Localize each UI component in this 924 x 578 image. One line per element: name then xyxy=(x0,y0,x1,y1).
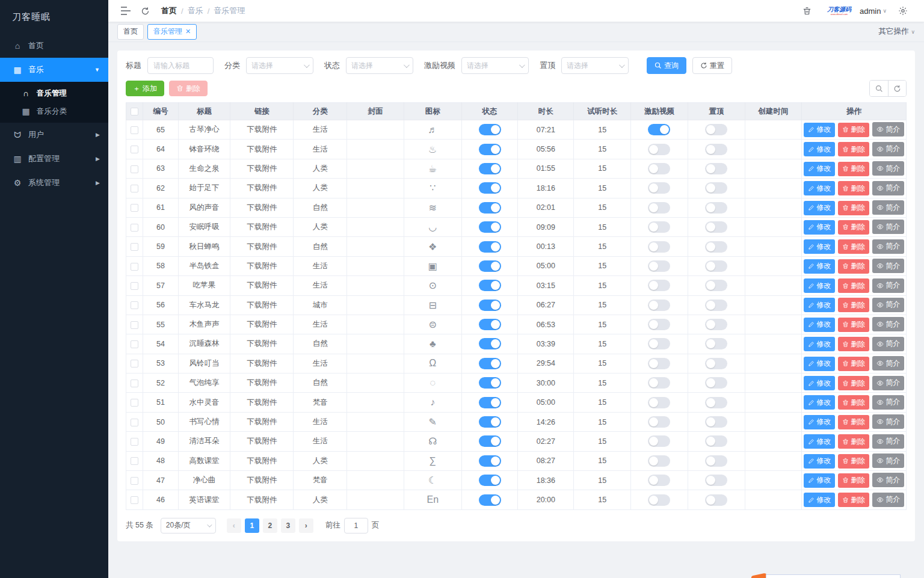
edit-button[interactable]: 修改 xyxy=(804,493,835,507)
download-attachment-link[interactable]: 下载附件 xyxy=(247,125,277,134)
pin-top-toggle[interactable] xyxy=(705,475,727,486)
row-checkbox[interactable] xyxy=(131,380,138,387)
delete-button[interactable]: 删除 xyxy=(838,357,869,371)
tab-music-manage[interactable]: 音乐管理 ✕ xyxy=(147,24,197,40)
intro-button[interactable]: 简介 xyxy=(872,395,904,410)
category-select[interactable]: 请选择 xyxy=(246,57,313,74)
incentive-select[interactable]: 请选择 xyxy=(461,57,529,74)
edit-button[interactable]: 修改 xyxy=(804,357,835,371)
status-toggle[interactable] xyxy=(479,280,501,291)
delete-button[interactable]: 删除 xyxy=(838,395,869,410)
row-checkbox[interactable] xyxy=(131,185,138,192)
query-button[interactable]: 查询 xyxy=(647,57,686,74)
download-attachment-link[interactable]: 下载附件 xyxy=(247,476,277,484)
incentive-video-toggle[interactable] xyxy=(648,377,670,389)
status-toggle[interactable] xyxy=(479,300,501,311)
download-attachment-link[interactable]: 下载附件 xyxy=(247,398,277,407)
intro-button[interactable]: 简介 xyxy=(872,259,904,273)
download-attachment-link[interactable]: 下载附件 xyxy=(247,437,277,445)
pin-top-toggle[interactable] xyxy=(705,455,727,467)
row-checkbox[interactable] xyxy=(131,321,138,329)
delete-button[interactable]: 删除 xyxy=(838,259,869,274)
pin-top-toggle[interactable] xyxy=(705,338,727,349)
select-all-checkbox[interactable] xyxy=(131,108,138,115)
page-button-2[interactable]: 2 xyxy=(263,518,277,533)
download-attachment-link[interactable]: 下载附件 xyxy=(247,301,277,309)
download-attachment-link[interactable]: 下载附件 xyxy=(247,320,277,328)
pin-top-toggle[interactable] xyxy=(705,144,727,155)
pin-top-toggle[interactable] xyxy=(705,494,727,506)
incentive-video-toggle[interactable] xyxy=(648,494,670,506)
pin-top-toggle[interactable] xyxy=(705,260,727,272)
delete-button[interactable]: 删除 xyxy=(838,415,869,429)
title-search-input[interactable] xyxy=(147,57,214,74)
status-toggle[interactable] xyxy=(479,416,501,428)
status-toggle[interactable] xyxy=(479,319,501,330)
download-attachment-link[interactable]: 下载附件 xyxy=(247,378,277,387)
row-checkbox[interactable] xyxy=(131,457,138,465)
download-attachment-link[interactable]: 下载附件 xyxy=(247,457,277,465)
trash-icon[interactable] xyxy=(799,3,815,19)
pin-top-toggle[interactable] xyxy=(705,416,727,428)
floating-widget[interactable] xyxy=(752,573,914,578)
delete-button[interactable]: 删除 xyxy=(838,318,869,332)
download-attachment-link[interactable]: 下载附件 xyxy=(247,223,277,231)
delete-button[interactable]: 删除 xyxy=(838,337,869,351)
status-toggle[interactable] xyxy=(479,144,501,155)
edit-button[interactable]: 修改 xyxy=(804,298,835,312)
intro-button[interactable]: 简介 xyxy=(872,142,904,156)
top-select[interactable]: 请选择 xyxy=(561,57,629,74)
pin-top-toggle[interactable] xyxy=(705,163,727,174)
download-attachment-link[interactable]: 下载附件 xyxy=(247,262,277,270)
delete-button[interactable]: 删除 xyxy=(838,278,869,293)
intro-button[interactable]: 简介 xyxy=(872,473,904,487)
sidebar-item-config[interactable]: ▥ 配置管理 ▶ xyxy=(0,147,108,171)
edit-button[interactable]: 修改 xyxy=(804,395,835,410)
row-checkbox[interactable] xyxy=(131,263,138,271)
row-checkbox[interactable] xyxy=(131,126,138,134)
download-attachment-link[interactable]: 下载附件 xyxy=(247,359,277,367)
intro-button[interactable]: 简介 xyxy=(872,200,904,215)
pin-top-toggle[interactable] xyxy=(705,182,727,194)
intro-button[interactable]: 简介 xyxy=(872,337,904,351)
incentive-video-toggle[interactable] xyxy=(648,202,670,214)
status-toggle[interactable] xyxy=(479,358,501,369)
sidebar-item-home[interactable]: ⌂ 首页 xyxy=(0,34,108,58)
incentive-video-toggle[interactable] xyxy=(648,435,670,447)
delete-button[interactable]: 删除 xyxy=(838,142,869,156)
download-attachment-link[interactable]: 下载附件 xyxy=(247,281,277,289)
incentive-video-toggle[interactable] xyxy=(648,319,670,330)
status-toggle[interactable] xyxy=(479,202,501,214)
pin-top-toggle[interactable] xyxy=(705,358,727,369)
intro-button[interactable]: 简介 xyxy=(872,181,904,195)
status-toggle[interactable] xyxy=(479,494,501,506)
intro-button[interactable]: 简介 xyxy=(872,356,904,370)
sidebar-item-music-manage[interactable]: ∩ 音乐管理 xyxy=(0,84,108,102)
delete-button[interactable]: 删除 xyxy=(838,239,869,254)
edit-button[interactable]: 修改 xyxy=(804,278,835,293)
row-checkbox[interactable] xyxy=(131,282,138,290)
row-checkbox[interactable] xyxy=(131,243,138,251)
delete-button[interactable]: 删除 xyxy=(838,493,869,507)
intro-button[interactable]: 简介 xyxy=(872,161,904,176)
intro-button[interactable]: 简介 xyxy=(872,317,904,331)
download-attachment-link[interactable]: 下载附件 xyxy=(247,145,277,153)
delete-button[interactable]: 删除 xyxy=(838,473,869,488)
page-button-3[interactable]: 3 xyxy=(281,518,295,533)
incentive-video-toggle[interactable] xyxy=(648,221,670,233)
incentive-video-toggle[interactable] xyxy=(648,338,670,349)
edit-button[interactable]: 修改 xyxy=(804,337,835,351)
table-refresh-button[interactable] xyxy=(888,81,906,96)
edit-button[interactable]: 修改 xyxy=(804,162,835,176)
delete-button[interactable]: 删除 xyxy=(838,123,869,137)
delete-button[interactable]: 删除 xyxy=(838,162,869,176)
page-button-1[interactable]: 1 xyxy=(245,518,259,533)
status-toggle[interactable] xyxy=(479,221,501,233)
intro-button[interactable]: 简介 xyxy=(872,434,904,449)
status-toggle[interactable] xyxy=(479,475,501,486)
intro-button[interactable]: 简介 xyxy=(872,376,904,390)
status-toggle[interactable] xyxy=(479,338,501,349)
delete-button[interactable]: 删除 xyxy=(838,434,869,449)
intro-button[interactable]: 简介 xyxy=(872,493,904,507)
breadcrumb-home[interactable]: 首页 xyxy=(161,5,177,16)
